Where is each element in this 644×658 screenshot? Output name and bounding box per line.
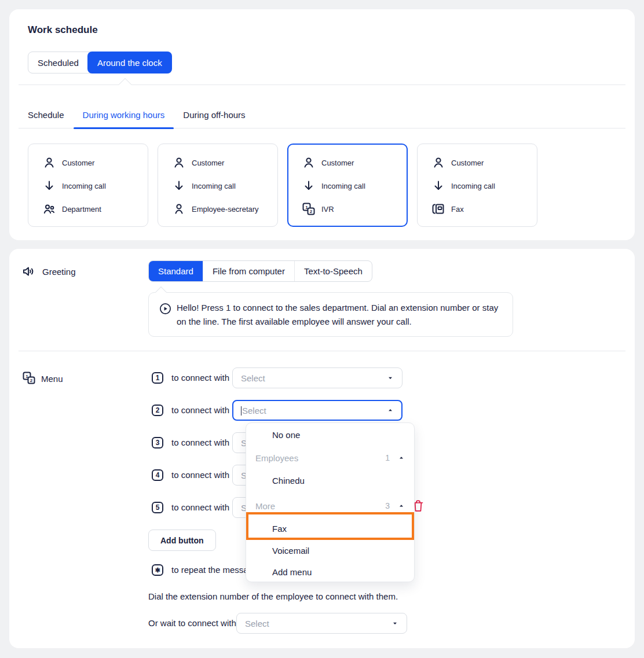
flow-step: Customer [431,156,537,170]
flow-card-ivr[interactable]: Customer Incoming call 12 IVR [287,144,408,227]
row-text: to connect with [171,432,229,453]
flow-step: 12 IVR [302,202,407,216]
chevron-down-icon [391,620,398,627]
flow-step-label: Customer [321,159,354,167]
flow-step-label: Customer [451,159,484,167]
bubble-notch [155,286,167,298]
connect-select-1[interactable]: Select [232,367,402,388]
row-text: to connect with [171,465,229,486]
person-icon [431,156,445,170]
add-button[interactable]: Add button [148,530,216,551]
chevron-up-icon [387,407,394,414]
toggle-around-the-clock[interactable]: Around the clock [87,52,172,73]
flow-step: Incoming call [172,179,277,193]
call-flow-cards: Customer Incoming call Department Custom… [28,144,537,227]
row-text: to connect with [171,367,229,388]
greeting-message-text: Hello! Press 1 to connect to the sales d… [177,301,504,329]
greeting-message-bubble: Hello! Press 1 to connect to the sales d… [148,292,513,337]
flow-step-label: Incoming call [451,182,495,190]
flow-step: Incoming call [42,179,148,193]
tab-schedule[interactable]: Schedule [19,102,74,128]
dropdown-option-add-menu[interactable]: Add menu [246,561,414,583]
person-icon [302,156,316,170]
greeting-tab-standard[interactable]: Standard [149,261,203,281]
toggle-scheduled[interactable]: Scheduled [28,52,88,73]
fax-icon [431,202,445,216]
flow-step-label: Customer [62,159,94,167]
flow-card-fax[interactable]: Customer Incoming call Fax [417,144,537,227]
key-badge-1: 1 [152,372,163,384]
extension-hint-text: Dial the extension number of the employe… [148,591,398,601]
dropdown-option-no-one[interactable]: No one [246,423,414,446]
flow-step-label: Department [62,205,101,214]
svg-text:2: 2 [310,209,313,214]
flow-step: Customer [172,156,277,170]
dropdown-option-fax[interactable]: Fax [246,518,414,539]
flow-step-label: Incoming call [62,182,106,190]
tab-during-off-hours[interactable]: During off-hours [174,102,254,128]
menu-row-1: 1 to connect with Select [152,367,415,388]
dropdown-option-chinedu[interactable]: Chinedu [246,468,414,492]
flow-step: Fax [431,202,537,216]
divider-notch [119,78,132,91]
chevron-up-icon [398,502,405,509]
connect-select-dropdown: No one Employees 1 Chinedu More 3 Fax Vo… [246,422,415,582]
greeting-tab-text-to-speech[interactable]: Text-to-Speech [294,261,372,281]
flow-step: Department [42,202,148,216]
connect-select-2[interactable]: Select [232,400,402,421]
greeting-tab-file-from-computer[interactable]: File from computer [203,261,294,281]
group-label: More [255,501,275,511]
menu-ivr-icon: 12 [22,371,36,385]
person-icon [42,156,56,170]
group-count: 1 [385,453,390,462]
key-badge-3: 3 [152,437,163,449]
select-placeholder: Select [241,373,387,383]
people-icon [42,202,56,216]
arrow-down-icon [431,179,445,193]
flow-step: Customer [302,156,407,170]
group-count: 3 [385,501,390,510]
menu-label: Menu [41,374,63,384]
dropdown-group-more[interactable]: More 3 [255,494,405,518]
work-schedule-panel: Work schedule Scheduled Around the clock… [9,9,635,240]
flow-step-label: Employee-secretary [192,205,259,214]
ivr-icon: 12 [302,202,316,216]
flow-step-label: Incoming call [321,182,365,190]
arrow-down-icon [42,179,56,193]
menu-row-2: 2 to connect with Select [152,400,415,421]
person-icon [172,202,186,216]
wait-select[interactable]: Select [236,613,407,634]
flow-step: Incoming call [302,179,407,193]
select-placeholder: Select [245,619,391,628]
flow-step-label: Customer [192,159,224,167]
greeting-source-tabs: Standard File from computer Text-to-Spee… [148,260,372,282]
text-cursor [241,406,241,416]
schedule-tabs: Schedule During working hours During off… [19,102,625,128]
greeting-label: Greeting [42,267,76,277]
dropdown-option-voicemail[interactable]: Voicemail [246,539,414,562]
ivr-settings-panel: Greeting Standard File from computer Tex… [9,249,635,648]
select-placeholder: Select [241,406,387,416]
chevron-down-icon [387,374,394,381]
dropdown-group-employees[interactable]: Employees 1 [255,446,405,469]
tab-during-working-hours[interactable]: During working hours [74,102,174,128]
flow-card-employee-secretary[interactable]: Customer Incoming call Employee-secretar… [158,144,278,227]
chevron-up-icon [398,454,405,461]
key-badge-4: 4 [152,469,163,481]
section-divider [19,351,625,351]
wait-label: Or wait to connect with [148,613,236,634]
flow-card-department[interactable]: Customer Incoming call Department [28,144,148,227]
wait-connect-row: Or wait to connect with Select [148,613,420,634]
key-badge-5: 5 [152,502,163,513]
person-icon [172,156,186,170]
flow-step-label: Incoming call [192,182,236,190]
key-badge-2: 2 [152,405,163,416]
arrow-down-icon [172,179,186,193]
play-icon[interactable] [159,302,172,315]
schedule-mode-toggle: Scheduled Around the clock [28,52,172,73]
key-badge-star: ✱ [152,564,163,576]
toggle-divider [19,84,625,85]
group-label: Employees [255,453,298,463]
speaker-icon [22,264,36,278]
flow-step: Employee-secretary [172,202,277,216]
